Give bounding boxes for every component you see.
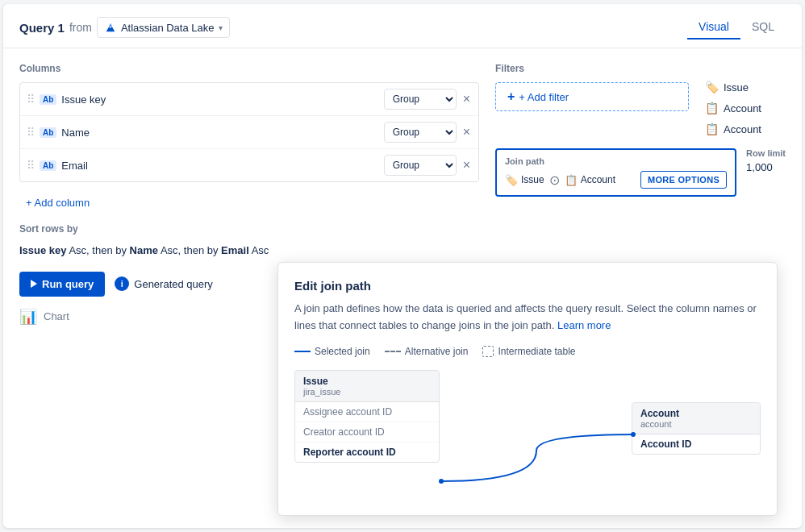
join-path-box: Join path 🏷️ Issue ⊙ 📋 Account xyxy=(495,148,736,197)
table-item: 📋 Account xyxy=(705,100,786,116)
col-type-badge: Ab xyxy=(40,127,56,138)
run-query-label: Run query xyxy=(42,278,94,290)
selected-join-label: Selected join xyxy=(315,346,370,357)
join-connector-icon: ⊙ xyxy=(549,172,560,188)
sort-rows-text: Issue key Asc, then by Name Asc, then by… xyxy=(19,243,479,259)
selected-join-icon xyxy=(294,351,311,352)
add-filter-button[interactable]: + + Add filter xyxy=(495,82,689,111)
tab-sql[interactable]: SQL xyxy=(740,15,786,39)
issue-table-row[interactable]: Assignee account ID xyxy=(295,402,439,422)
play-icon xyxy=(31,280,37,288)
col-group-select[interactable]: Group Sum Count xyxy=(384,122,457,143)
header-tabs: Visual SQL xyxy=(687,15,786,39)
body: Columns ⠿ Ab Issue key Group Sum Count × xyxy=(3,48,802,528)
add-column-button[interactable]: + Add column xyxy=(19,192,96,214)
join-path-content: 🏷️ Issue ⊙ 📋 Account MORE OPTIONS xyxy=(505,171,727,189)
account-icon: 📋 xyxy=(705,123,719,135)
columns-section: Columns ⠿ Ab Issue key Group Sum Count × xyxy=(19,63,479,214)
intermediate-table-label: Intermediate table xyxy=(498,346,575,357)
issue-join-icon: 🏷️ xyxy=(505,174,518,186)
table-item: 🏷️ Issue xyxy=(705,79,786,95)
reporter-row-text: Reporter account ID xyxy=(303,447,396,458)
add-filter-label: + Add filter xyxy=(519,91,569,103)
issue-table-row[interactable]: Creator account ID xyxy=(295,422,439,443)
join-item-issue-label: Issue xyxy=(521,174,544,185)
issue-table-subtitle: jira_issue xyxy=(303,387,431,397)
drag-handle-icon[interactable]: ⠿ xyxy=(27,160,35,171)
account-table-header: Account account xyxy=(632,403,760,434)
drag-handle-icon[interactable]: ⠿ xyxy=(27,127,35,138)
account-table-name: Account xyxy=(640,408,752,419)
sort-rows-section: Sort rows by Issue key Asc, then by Name… xyxy=(19,223,479,259)
more-options-button[interactable]: MORE OPTIONS xyxy=(640,171,727,189)
join-items: 🏷️ Issue ⊙ 📋 Account xyxy=(505,172,615,188)
account-id-row-text: Account ID xyxy=(640,438,691,450)
remove-column-button[interactable]: × xyxy=(461,126,472,139)
alternative-join-label: Alternative join xyxy=(405,346,469,357)
column-row: ⠿ Ab Name Group Sum Count × xyxy=(20,116,478,149)
columns-list: ⠿ Ab Issue key Group Sum Count × ⠿ Ab xyxy=(19,82,479,182)
header-left: Query 1 from Atlassian Data Lake ▾ xyxy=(19,17,230,38)
svg-point-0 xyxy=(439,479,444,484)
join-item-account-label: Account xyxy=(581,174,615,185)
filters-tables-row: Filters + + Add filter 🏷️ Issue 📋 Accoun… xyxy=(495,63,786,137)
generated-query-button[interactable]: i Generated query xyxy=(115,276,213,291)
col-type-badge: Ab xyxy=(40,160,56,171)
assignee-row-text: Assignee account ID xyxy=(303,406,392,418)
column-row: ⠿ Ab Email Group Sum Count × xyxy=(20,149,478,181)
header: Query 1 from Atlassian Data Lake ▾ Visua… xyxy=(3,4,802,48)
join-item-issue: 🏷️ Issue xyxy=(505,174,544,186)
popup-description: A join path defines how the data is quer… xyxy=(294,301,761,335)
tables-list: 🏷️ Issue 📋 Account 📋 Account xyxy=(705,64,786,137)
col-name: Name xyxy=(61,127,378,139)
diagram-area: Issue jira_issue Assignee account ID Cre… xyxy=(294,370,761,499)
col-name: Issue key xyxy=(61,94,378,106)
chart-icon: 📊 xyxy=(19,308,37,326)
issue-table: Issue jira_issue Assignee account ID Cre… xyxy=(294,370,440,463)
tab-visual[interactable]: Visual xyxy=(687,15,740,39)
gen-query-label: Generated query xyxy=(134,278,213,290)
learn-more-link[interactable]: Learn more xyxy=(557,319,611,331)
intermediate-table-icon xyxy=(482,346,494,357)
atlassian-icon xyxy=(104,21,117,34)
remove-column-button[interactable]: × xyxy=(461,93,472,106)
bottom-options: Join path 🏷️ Issue ⊙ 📋 Account xyxy=(495,148,786,197)
filters-section: Filters + + Add filter xyxy=(495,63,689,137)
remove-column-button[interactable]: × xyxy=(461,159,472,172)
filters-label: Filters xyxy=(495,63,689,74)
legend-row: Selected join Alternative join Intermedi… xyxy=(294,346,761,357)
col-group-select[interactable]: Group Sum Count xyxy=(384,89,457,110)
join-path-label: Join path xyxy=(505,156,727,166)
legend-alternative-join: Alternative join xyxy=(385,346,469,357)
col-type-badge: Ab xyxy=(40,94,56,105)
issue-icon: 🏷️ xyxy=(705,81,719,94)
row-limit-section: Row limit 1,000 xyxy=(746,148,786,173)
creator-row-text: Creator account ID xyxy=(303,426,385,438)
datasource-chevron-icon: ▾ xyxy=(219,23,223,32)
chart-label: Chart xyxy=(44,310,69,322)
sort-rows-label: Sort rows by xyxy=(19,223,479,235)
issue-table-name: Issue xyxy=(303,376,431,387)
col-group-select[interactable]: Group Sum Count xyxy=(384,155,457,176)
account-table: Account account Account ID xyxy=(632,402,761,455)
column-row: ⠿ Ab Issue key Group Sum Count × xyxy=(20,83,478,116)
alternative-join-icon xyxy=(385,351,401,352)
issue-table-row-active[interactable]: Reporter account ID xyxy=(295,443,439,462)
table-item-name: Issue xyxy=(724,81,749,94)
table-item-name: Account xyxy=(724,123,761,135)
datasource-label: Atlassian Data Lake xyxy=(121,22,215,34)
legend-selected-join: Selected join xyxy=(294,346,370,357)
account-table-row-active[interactable]: Account ID xyxy=(632,434,760,454)
row-limit-value: 1,000 xyxy=(746,161,786,173)
drag-handle-icon[interactable]: ⠿ xyxy=(27,94,35,105)
edit-join-path-popup: Edit join path A join path defines how t… xyxy=(277,262,778,516)
run-query-button[interactable]: Run query xyxy=(19,272,105,297)
datasource-button[interactable]: Atlassian Data Lake ▾ xyxy=(97,17,230,38)
popup-title: Edit join path xyxy=(294,279,761,293)
from-text: from xyxy=(69,21,92,34)
account-table-subtitle: account xyxy=(640,419,752,429)
row-limit-label: Row limit xyxy=(746,148,786,158)
issue-table-header: Issue jira_issue xyxy=(295,371,439,402)
query-title: Query 1 xyxy=(19,21,65,35)
join-item-account: 📋 Account xyxy=(565,174,615,186)
